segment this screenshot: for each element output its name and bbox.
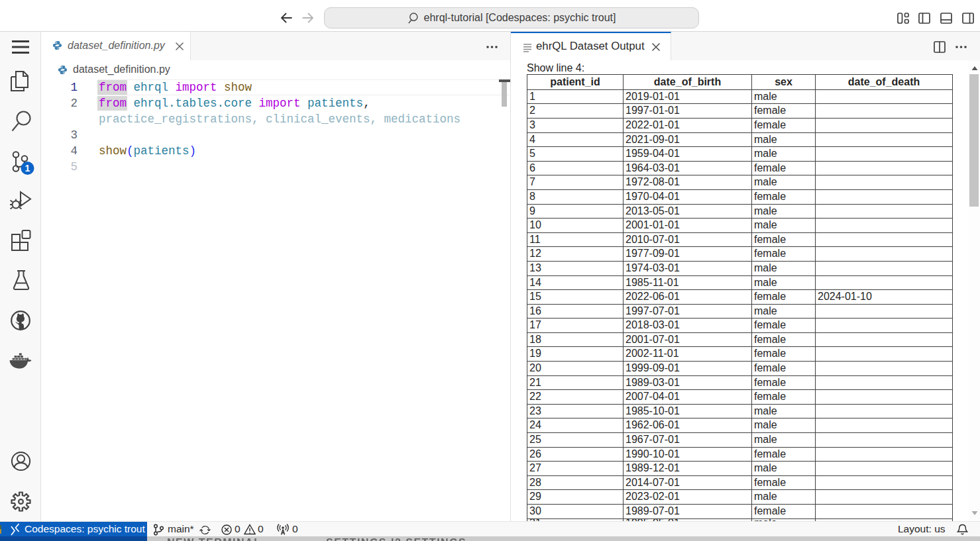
- svg-text:1: 1: [25, 163, 30, 173]
